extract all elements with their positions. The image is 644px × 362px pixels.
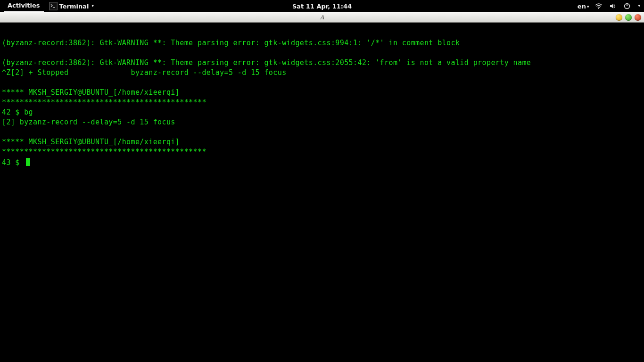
chevron-down-icon: ▾ bbox=[587, 4, 589, 9]
panel-right: en▾ ▾ bbox=[578, 2, 640, 10]
terminal-line: ^Z[2] + Stopped byzanz-record --delay=5 … bbox=[2, 68, 287, 77]
window-buttons bbox=[616, 14, 644, 21]
terminal-line: [2] byzanz-record --delay=5 -d 15 focus bbox=[2, 118, 175, 126]
activities-button[interactable]: Activities bbox=[4, 0, 44, 12]
volume-icon[interactable] bbox=[609, 2, 617, 10]
power-icon[interactable] bbox=[623, 2, 631, 10]
panel-separator bbox=[45, 1, 45, 11]
wifi-icon[interactable] bbox=[594, 2, 603, 10]
focused-app-menu[interactable]: Terminal ▾ bbox=[46, 2, 97, 10]
panel-clock[interactable]: Sat 11 Apr, 11:44 bbox=[292, 3, 352, 10]
terminal-line: ****************************************… bbox=[2, 148, 206, 156]
gnome-top-panel: Activities Terminal ▾ Sat 11 Apr, 11:44 … bbox=[0, 0, 644, 12]
input-source-indicator[interactable]: en▾ bbox=[578, 3, 589, 10]
svg-rect-0 bbox=[50, 3, 57, 9]
chevron-down-icon: ▾ bbox=[638, 3, 640, 8]
svg-point-2 bbox=[598, 8, 599, 9]
terminal-line: ****************************************… bbox=[2, 98, 206, 107]
terminal-app-icon bbox=[49, 2, 58, 10]
window-close-button[interactable] bbox=[635, 14, 641, 21]
input-source-label: en bbox=[578, 3, 586, 10]
terminal-line: 42 $ bg bbox=[2, 108, 33, 116]
window-maximize-button[interactable] bbox=[625, 14, 632, 21]
terminal-prompt: 43 $ bbox=[2, 158, 24, 167]
terminal-line: ***** MKSH_SERGIY@UBUNTU_[/home/xieerqi] bbox=[2, 138, 180, 146]
chevron-down-icon: ▾ bbox=[91, 3, 94, 8]
window-titlebar[interactable]: A bbox=[0, 12, 644, 23]
terminal-line: (byzanz-record:3862): Gtk-WARNING **: Th… bbox=[2, 39, 460, 47]
panel-left: Activities Terminal ▾ bbox=[4, 0, 97, 12]
terminal-line: (byzanz-record:3862): Gtk-WARNING **: Th… bbox=[2, 58, 531, 67]
terminal-viewport[interactable]: (byzanz-record:3862): Gtk-WARNING **: Th… bbox=[0, 23, 644, 362]
window-title: A bbox=[320, 14, 324, 21]
terminal-cursor bbox=[26, 158, 30, 166]
focused-app-label: Terminal bbox=[59, 3, 89, 10]
window-minimize-button[interactable] bbox=[616, 14, 622, 21]
terminal-line: ***** MKSH_SERGIY@UBUNTU_[/home/xieerqi] bbox=[2, 88, 180, 97]
